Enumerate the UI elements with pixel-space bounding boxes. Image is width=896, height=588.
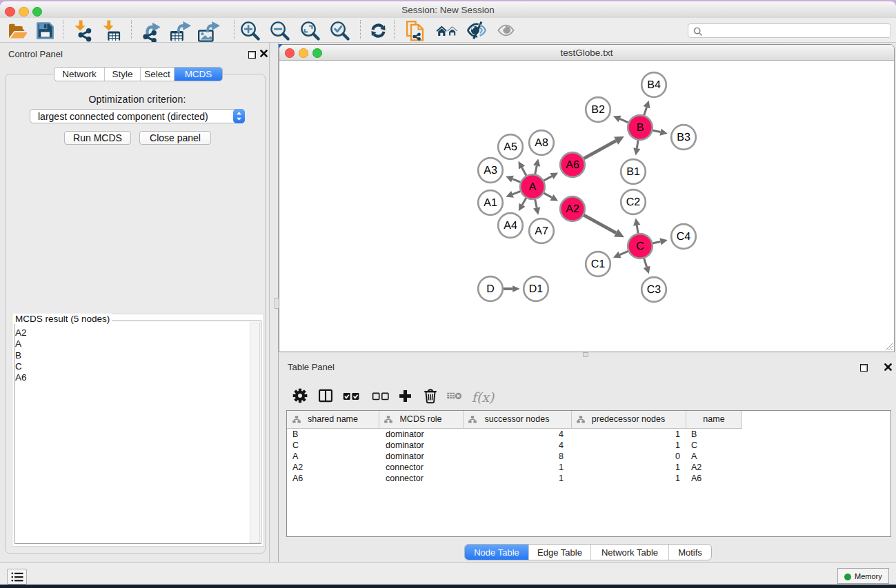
edge-A-A5[interactable] bbox=[522, 168, 527, 176]
node-label-A4: A4 bbox=[504, 220, 517, 232]
mcds-result-item[interactable]: C bbox=[15, 361, 27, 372]
column-divider[interactable] bbox=[741, 411, 742, 428]
edge-C-C2[interactable] bbox=[637, 225, 638, 234]
edge-A-A8[interactable] bbox=[535, 166, 537, 174]
edge-A-A6[interactable] bbox=[544, 176, 552, 181]
column-header-name[interactable]: name bbox=[686, 411, 742, 428]
column-header-MCDS-role[interactable]: MCDS role bbox=[379, 411, 463, 428]
node-label-B4: B4 bbox=[647, 79, 661, 91]
table-toolbar: f(x) bbox=[279, 381, 891, 410]
column-header-label: MCDS role bbox=[379, 411, 463, 428]
table-settings-icon[interactable] bbox=[288, 384, 312, 407]
table-cell: dominator bbox=[386, 429, 424, 440]
zoom-in-icon[interactable] bbox=[237, 19, 262, 42]
column-divider[interactable] bbox=[463, 411, 464, 428]
table-panel: Table Panel f(x) shared nameMCDS rolesuc… bbox=[279, 358, 896, 562]
edge-A6-B[interactable] bbox=[584, 141, 616, 159]
export-table-icon[interactable] bbox=[168, 19, 192, 42]
optimization-criterion-dropdown[interactable]: largest connected component (directed) bbox=[30, 109, 245, 123]
edge-C-C4[interactable] bbox=[653, 241, 661, 243]
mcds-result-item[interactable]: B bbox=[15, 350, 27, 361]
tab-style[interactable]: Style bbox=[105, 68, 141, 81]
column-header-shared-name[interactable]: shared name bbox=[287, 411, 379, 428]
table-row[interactable]: Bdominator41B bbox=[287, 429, 890, 440]
hide-selected-icon[interactable] bbox=[464, 19, 489, 42]
export-network-icon[interactable] bbox=[140, 19, 165, 42]
resize-grip-icon[interactable] bbox=[884, 342, 893, 351]
horizontal-split-handle[interactable] bbox=[583, 352, 588, 357]
show-panels-button[interactable] bbox=[7, 569, 27, 585]
edge-A-A4[interactable] bbox=[522, 198, 526, 205]
edge-B-B2[interactable] bbox=[620, 119, 629, 122]
import-table-icon[interactable] bbox=[99, 19, 123, 42]
delete-table-icon[interactable] bbox=[444, 384, 467, 407]
mcds-result-list: A2ABCA6 bbox=[15, 327, 27, 383]
tab-node-table[interactable]: Node Table bbox=[465, 545, 529, 560]
edge-B-B1[interactable] bbox=[637, 140, 638, 148]
delete-icon[interactable] bbox=[419, 384, 442, 407]
float-panel-icon[interactable] bbox=[248, 51, 256, 59]
edge-C-C1[interactable] bbox=[620, 251, 629, 254]
zoom-fit-icon[interactable] bbox=[297, 19, 322, 42]
edge-A-A1[interactable] bbox=[512, 191, 521, 194]
node-label-D: D bbox=[486, 283, 495, 295]
edge-B-B3[interactable] bbox=[653, 130, 661, 132]
edge-A-A3[interactable] bbox=[512, 179, 521, 183]
search-input[interactable] bbox=[688, 23, 891, 38]
edge-arrow-icon bbox=[512, 285, 520, 292]
table-row[interactable]: Adominator80A bbox=[287, 451, 890, 462]
mcds-result-item[interactable]: A bbox=[15, 338, 27, 349]
toolbar-separator bbox=[131, 20, 132, 39]
deselect-all-icon[interactable] bbox=[368, 384, 392, 407]
table-cell: 1 bbox=[571, 429, 680, 440]
zoom-selected-icon[interactable] bbox=[327, 19, 352, 42]
table-float-panel-icon[interactable] bbox=[860, 364, 868, 372]
tab-network[interactable]: Network bbox=[54, 68, 105, 81]
mcds-result-item[interactable]: A6 bbox=[15, 372, 27, 383]
show-columns-icon[interactable] bbox=[314, 384, 337, 407]
edge-A2-C[interactable] bbox=[584, 215, 616, 233]
edge-C-C3[interactable] bbox=[644, 258, 647, 267]
edge-A-A7[interactable] bbox=[535, 199, 537, 207]
add-icon[interactable] bbox=[393, 384, 417, 407]
tab-motifs[interactable]: Motifs bbox=[669, 545, 711, 560]
network-graph[interactable]: AA6A2BCA5A8A3A1A4A7B2B4B3B1C2C4C1C3DD1 bbox=[279, 61, 894, 353]
table-cell: 1 bbox=[571, 440, 680, 451]
clone-network-icon[interactable] bbox=[403, 19, 428, 42]
tab-mcds[interactable]: MCDS bbox=[175, 68, 222, 81]
select-all-icon[interactable] bbox=[339, 384, 363, 407]
mcds-result-item[interactable]: A2 bbox=[15, 327, 27, 338]
import-network-icon[interactable] bbox=[71, 19, 96, 42]
column-header-successor-nodes[interactable]: successor nodes bbox=[463, 411, 571, 428]
close-panel-icon[interactable] bbox=[259, 49, 268, 58]
zoom-out-icon[interactable] bbox=[267, 19, 292, 42]
table-cell: A bbox=[292, 451, 298, 462]
tab-edge-table[interactable]: Edge Table bbox=[529, 545, 591, 560]
memory-label: Memory bbox=[855, 569, 882, 584]
tab-network-table[interactable]: Network Table bbox=[591, 545, 669, 560]
window-title: Session: New Session bbox=[0, 1, 896, 18]
open-file-icon[interactable] bbox=[5, 19, 30, 42]
table-row[interactable]: A6connector11A6 bbox=[287, 473, 890, 484]
show-all-icon[interactable] bbox=[493, 19, 518, 42]
export-image-icon[interactable] bbox=[196, 19, 221, 42]
close-panel-button[interactable]: Close panel bbox=[139, 131, 211, 145]
first-neighbors-icon[interactable] bbox=[435, 19, 459, 42]
column-divider[interactable] bbox=[686, 411, 686, 428]
refresh-icon[interactable] bbox=[366, 19, 390, 42]
save-session-icon[interactable] bbox=[32, 19, 57, 42]
tab-select[interactable]: Select bbox=[141, 68, 175, 81]
table-close-panel-icon[interactable] bbox=[884, 363, 893, 372]
table-row[interactable]: A2connector11A2 bbox=[287, 462, 890, 473]
edge-B-B4[interactable] bbox=[644, 108, 647, 116]
edge-A-A2[interactable] bbox=[544, 193, 552, 198]
table-row[interactable]: Cdominator41C bbox=[287, 440, 890, 451]
mcds-result-border bbox=[14, 321, 261, 544]
memory-button[interactable]: Memory bbox=[837, 568, 889, 584]
run-mcds-button[interactable]: Run MCDS bbox=[64, 131, 131, 145]
result-scrollbar[interactable] bbox=[250, 323, 260, 543]
column-divider[interactable] bbox=[571, 411, 572, 428]
column-divider[interactable] bbox=[379, 411, 379, 428]
table-cell: 1 bbox=[463, 473, 564, 484]
column-header-predecessor-nodes[interactable]: predecessor nodes bbox=[571, 411, 686, 428]
